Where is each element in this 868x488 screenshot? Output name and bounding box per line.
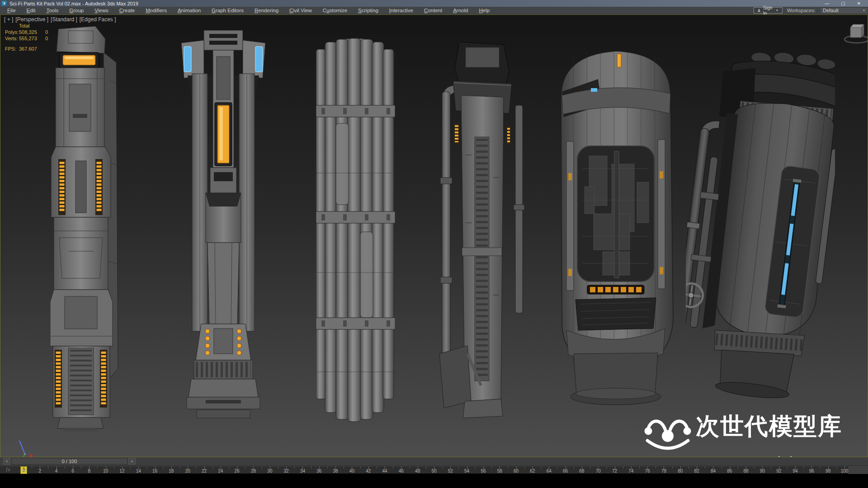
watermark: 次世代模型库 www.nextmodel.cn — [642, 413, 855, 457]
sign-in-button[interactable]: Sign In ▼ — [754, 7, 783, 14]
menu-edit[interactable]: Edit — [21, 7, 41, 14]
ruler-minor-tick — [212, 466, 213, 469]
ant-logo-icon — [642, 413, 693, 457]
menu-interactive[interactable]: Interactive — [384, 7, 419, 14]
maximize-icon[interactable]: ▢ — [841, 0, 845, 7]
menu-scripting[interactable]: Scripting — [353, 7, 384, 14]
model-column-6[interactable] — [686, 50, 835, 412]
ruler-minor-tick — [689, 466, 689, 469]
viewport-shading-menu[interactable]: [Edged Faces ] — [80, 16, 116, 23]
stats-fps-value: 367.607 — [19, 46, 45, 52]
next-frame-button[interactable]: > — [128, 458, 136, 465]
model-column-4[interactable] — [436, 42, 530, 422]
ruler-tick-label: 80 — [678, 469, 683, 474]
ruler-minor-tick — [262, 466, 262, 469]
ruler-minor-tick — [803, 466, 804, 469]
menu-rendering[interactable]: Rendering — [249, 7, 284, 14]
ruler-tick-label: 24 — [218, 469, 223, 474]
ruler-minor-tick — [787, 466, 788, 469]
stats-polys-value: 508,325 — [19, 29, 45, 35]
menu-help[interactable]: Help — [473, 7, 495, 14]
ruler-minor-tick — [344, 466, 344, 469]
menu-create[interactable]: Create — [114, 7, 141, 14]
menu-tools[interactable]: Tools — [41, 7, 64, 14]
ruler-tick-label: 4 — [55, 469, 58, 474]
ruler-tick-label: 50 — [431, 469, 436, 474]
ruler-tick-label: 18 — [169, 469, 174, 474]
menu-views[interactable]: Views — [89, 7, 113, 14]
menu-customize[interactable]: Customize — [317, 7, 353, 14]
watermark-title: 次世代模型库 — [696, 413, 842, 440]
ruler-minor-tick — [360, 466, 361, 469]
viewport-general-menu[interactable]: [ + ] — [4, 16, 13, 23]
ruler-tick-label: 32 — [284, 469, 289, 474]
ruler-tick-label: 38 — [333, 469, 338, 474]
ruler-tick-label: 12 — [119, 469, 124, 474]
viewport-statistics: Total Polys:508,3250 Verts:555,2730 FPS:… — [5, 23, 48, 52]
ruler-tick-label: 92 — [776, 469, 781, 474]
ruler-tick-label: 6 — [71, 469, 74, 474]
ruler-minor-tick — [114, 466, 114, 469]
close-icon[interactable]: ✕ — [857, 0, 861, 7]
ruler-tick-label: 98 — [826, 469, 830, 474]
ruler-tick-label: 30 — [267, 469, 272, 474]
ruler-tick-label: 90 — [760, 469, 765, 474]
ruler-minor-tick — [442, 466, 443, 469]
viewport-pov-menu[interactable]: [Perspective ] — [15, 16, 48, 23]
menu-file[interactable]: File — [2, 7, 21, 14]
model-column-5[interactable] — [548, 38, 683, 413]
ruler-tick-label: 26 — [235, 469, 240, 474]
minimize-icon[interactable]: — — [825, 0, 829, 7]
workspace-dropdown[interactable]: Default ▼ — [820, 7, 868, 14]
menu-arnold[interactable]: Arnold — [448, 7, 473, 14]
previous-frame-button[interactable]: < — [3, 458, 10, 465]
ruler-minor-tick — [311, 466, 311, 469]
ruler-minor-tick — [754, 466, 755, 469]
ruler-minor-tick — [738, 466, 738, 469]
menu-civil-view[interactable]: Civil View — [284, 7, 317, 14]
model-column-3[interactable] — [316, 38, 395, 425]
model-column-2[interactable] — [179, 30, 268, 439]
menu-bar: FileEditToolsGroupViewsCreateModifiersAn… — [0, 7, 868, 14]
menu-animation[interactable]: Animation — [172, 7, 206, 14]
menu-items: FileEditToolsGroupViewsCreateModifiersAn… — [0, 7, 495, 14]
ruler-tick-label: 76 — [645, 469, 650, 474]
workspace-value: Default — [823, 8, 839, 13]
menu-content[interactable]: Content — [419, 7, 448, 14]
ruler-tick-label: 60 — [514, 469, 519, 474]
ruler-tick-label: 100 — [841, 469, 849, 474]
menu-group[interactable]: Group — [64, 7, 89, 14]
ruler-tick-label: 42 — [366, 469, 371, 474]
ruler-tick-label: 94 — [793, 469, 797, 474]
chevron-down-icon: ▼ — [776, 9, 778, 12]
ruler-minor-tick — [426, 466, 426, 469]
ruler-minor-tick — [196, 466, 196, 469]
perspective-viewport[interactable]: [ + ] [Perspective ] [Standard ] [Edged … — [0, 14, 868, 457]
ruler-tick-label: 64 — [547, 469, 552, 474]
ruler-minor-tick — [179, 466, 180, 469]
ruler-minor-tick — [606, 466, 607, 469]
ruler-tick-label: 72 — [612, 469, 617, 474]
stats-verts-label: Verts: — [5, 35, 19, 42]
timeline-ruler[interactable]: ƒx 0 02468101214161820222426283032343638… — [0, 466, 868, 474]
ruler-tick-label: 74 — [628, 469, 633, 474]
ruler-tick-label: 22 — [202, 469, 207, 474]
view-cube[interactable] — [843, 21, 868, 45]
ruler-tick-label: 86 — [727, 469, 732, 474]
ruler-minor-tick — [590, 466, 590, 469]
ruler-minor-tick — [458, 466, 459, 469]
ruler-minor-tick — [130, 466, 131, 469]
stats-total-header: Total — [19, 23, 45, 29]
ruler-tick-label: 34 — [300, 469, 305, 474]
ruler-tick-label: 62 — [530, 469, 535, 474]
timeline-filter-icon: ƒx — [5, 467, 10, 472]
ruler-minor-tick — [508, 466, 508, 469]
frame-indicator[interactable]: 0 / 100 — [11, 458, 127, 465]
ruler-tick-label: 46 — [399, 469, 404, 474]
menu-graph-editors[interactable]: Graph Editors — [206, 7, 249, 14]
ruler-tick-label: 14 — [136, 469, 141, 474]
ruler-minor-tick — [771, 466, 771, 469]
viewport-renderer-menu[interactable]: [Standard ] — [51, 16, 77, 23]
model-column-1[interactable] — [50, 25, 119, 432]
menu-modifiers[interactable]: Modifiers — [140, 7, 172, 14]
